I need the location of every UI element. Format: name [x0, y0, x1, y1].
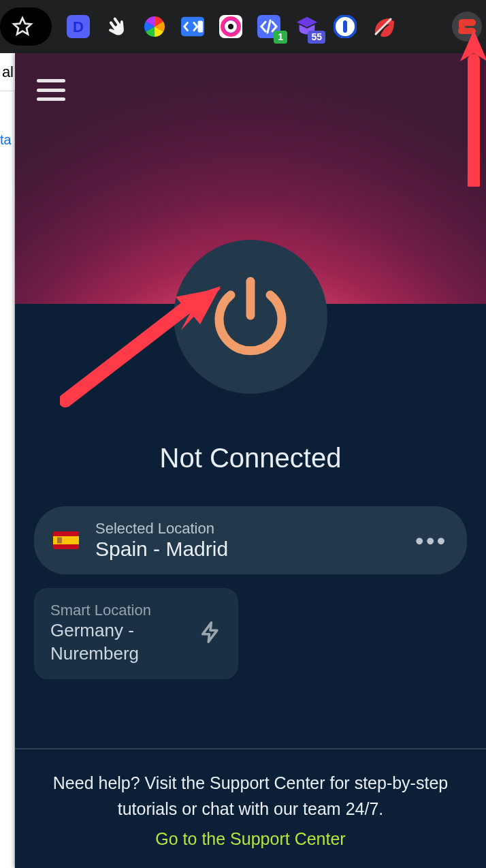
svg-point-6 [228, 24, 233, 29]
footer-help-text: Need help? Visit the Support Center for … [38, 770, 463, 823]
smart-location-label: Smart Location [50, 602, 189, 619]
devtools-badge: 1 [274, 31, 287, 44]
lightning-icon [199, 621, 222, 647]
page-link-fragment[interactable]: ta [0, 132, 12, 148]
popup-footer: Need help? Visit the Support Center for … [15, 748, 486, 869]
code-extension-icon[interactable] [181, 15, 204, 38]
selected-location-label: Selected Location [95, 520, 399, 538]
selected-location-value: Spain - Madrid [95, 538, 399, 561]
flag-spain-icon [53, 531, 79, 549]
devtools-extension-icon[interactable]: 1 [257, 15, 280, 38]
location-cards: Selected Location Spain - Madrid ••• Sma… [15, 474, 486, 679]
leaf-extension-icon[interactable] [372, 15, 395, 38]
page-background [0, 53, 15, 868]
smart-location-card[interactable]: Smart Location Germany - Nuremberg [34, 588, 238, 679]
svg-rect-10 [343, 20, 347, 33]
vpn-popup: Not Connected Selected Location Spain - … [15, 53, 486, 868]
svg-rect-3 [198, 21, 204, 33]
graduation-badge: 55 [308, 31, 325, 44]
hamburger-icon [37, 79, 65, 82]
hand-extension-icon[interactable] [105, 15, 128, 38]
onepassword-extension-icon[interactable] [334, 15, 357, 38]
smart-location-value: Germany - Nuremberg [50, 619, 189, 666]
svg-text:D: D [73, 18, 84, 35]
annotation-arrow-diagonal-icon [60, 271, 223, 407]
toolbar-pill [0, 7, 52, 46]
connection-status: Not Connected [15, 443, 486, 474]
support-center-link[interactable]: Go to the Support Center [155, 829, 345, 849]
colorwheel-extension-icon[interactable] [143, 15, 166, 38]
target-extension-icon[interactable] [219, 15, 242, 38]
d-extension-icon[interactable]: D [67, 15, 90, 38]
selected-location-card[interactable]: Selected Location Spain - Madrid ••• [34, 506, 467, 574]
browser-toolbar: D 1 55 [0, 0, 486, 53]
power-icon [213, 276, 288, 358]
graduation-extension-icon[interactable]: 55 [295, 15, 319, 38]
page-tab-fragment: al [0, 53, 15, 91]
annotation-arrow-down-icon [457, 30, 486, 187]
bookmark-star-icon[interactable] [11, 15, 34, 38]
menu-button[interactable] [37, 76, 71, 104]
